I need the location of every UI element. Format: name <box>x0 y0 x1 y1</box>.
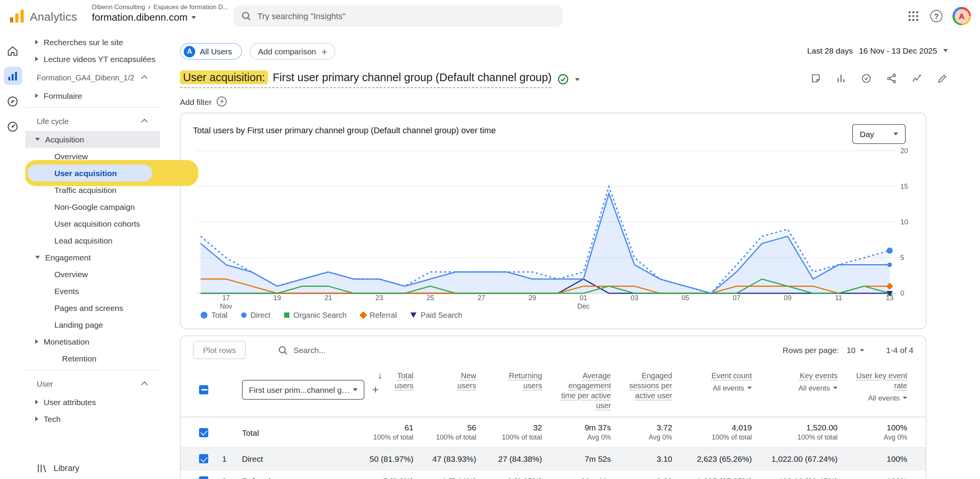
breadcrumb-account[interactable]: Dibenn Consulting <box>92 3 145 11</box>
analytics-logo[interactable]: Analytics <box>9 0 77 32</box>
sidebar-item-lecture-videos-yt-encapsul-es[interactable]: Lecture videos YT encapsulées <box>25 51 160 67</box>
dimension-select[interactable]: First user prim...channel group) <box>242 379 364 399</box>
chart-legend: TotalDirectOrganic SearchReferralPaid Se… <box>201 311 462 319</box>
rows-per-page-select[interactable]: 10 <box>846 345 864 355</box>
column-header[interactable]: User key event rateAll events <box>850 368 927 402</box>
sidebar-item-engagement[interactable]: Engagement <box>25 249 160 266</box>
report-title[interactable]: User acquisition: First user primary cha… <box>180 70 552 88</box>
sidebar-item-overview[interactable]: Overview <box>25 266 160 283</box>
metric-event-filter[interactable]: All events <box>799 384 838 392</box>
sidebar-item-tech[interactable]: Tech <box>25 410 160 427</box>
home-icon[interactable] <box>3 41 22 60</box>
chevron-down-icon <box>860 349 865 351</box>
sidebar-item-lead-acquisition[interactable]: Lead acquisition <box>25 232 160 249</box>
data-check-icon[interactable] <box>860 72 872 84</box>
add-comparison-button[interactable]: Add comparison + <box>250 43 336 60</box>
property-selector[interactable]: formation.dibenn.com <box>92 11 229 23</box>
column-header[interactable]: ↓Total users <box>348 368 426 391</box>
share-icon[interactable] <box>885 72 897 84</box>
sidebar-item-retention[interactable]: Retention <box>25 350 160 367</box>
sort-descending-icon[interactable]: ↓ <box>378 371 382 381</box>
legend-item[interactable]: Direct <box>241 311 270 319</box>
explore-icon[interactable] <box>3 92 22 110</box>
metric-cell: 8.80 <box>623 476 684 479</box>
row-checkbox[interactable] <box>199 428 208 437</box>
metric-event-filter[interactable]: All events <box>713 384 752 392</box>
add-filter-button[interactable]: Add filter + <box>180 96 227 106</box>
metric-cell: 32100% of total <box>488 423 554 442</box>
sidebar-item-formulaire[interactable]: Formulaire <box>25 87 160 104</box>
title-chevron-icon[interactable] <box>575 78 580 81</box>
search-input[interactable] <box>258 11 555 21</box>
breadcrumb-org[interactable]: Espaces de formation D... <box>154 3 229 11</box>
reports-icon[interactable] <box>3 67 22 85</box>
row-checkbox[interactable] <box>199 476 208 479</box>
column-header[interactable]: Key eventsAll events <box>764 368 850 392</box>
avatar[interactable]: A <box>952 7 971 25</box>
sidebar-item-user-acquisition[interactable]: User acquisition <box>25 165 160 181</box>
sidebar-item-pages-and-screens[interactable]: Pages and screens <box>25 299 160 316</box>
notes-icon[interactable] <box>809 72 822 84</box>
table-header-row: First user prim...channel group) + ↓Tota… <box>181 364 926 417</box>
column-header[interactable]: New users <box>426 368 488 391</box>
all-users-chip[interactable]: A All Users <box>180 43 242 60</box>
sidebar-item-monetisation[interactable]: Monetisation <box>25 333 160 350</box>
global-search[interactable] <box>234 5 563 27</box>
metric-cell: 2 (6.25%) <box>488 476 554 479</box>
table-search[interactable] <box>278 345 400 355</box>
metric-event-filter[interactable]: All events <box>868 394 907 402</box>
legend-marker-icon <box>411 312 417 318</box>
legend-item[interactable]: Organic Search <box>284 311 347 319</box>
advertising-icon[interactable] <box>3 117 22 136</box>
apps-grid-icon[interactable] <box>906 9 920 23</box>
sidebar-item-library[interactable]: Library <box>25 456 160 479</box>
legend-item[interactable]: Paid Search <box>411 311 462 319</box>
data-quality-icon[interactable] <box>558 74 569 85</box>
column-header[interactable]: Average engagement time per active user <box>554 368 623 410</box>
table-total-row[interactable]: Total61100% of total56100% of total32100… <box>181 417 926 448</box>
sidebar-item-formation-ga4-dibenn-1-2[interactable]: Formation_GA4_Dibenn_1/2 <box>25 67 160 87</box>
svg-text:11: 11 <box>835 294 842 302</box>
metric-cell: 1,095 (27.25%) <box>684 476 764 479</box>
sidebar-item-user-acquisition-cohorts[interactable]: User acquisition cohorts <box>25 215 160 232</box>
table-search-input[interactable] <box>293 345 400 355</box>
column-header[interactable]: Engaged sessions per active user <box>623 368 684 401</box>
app-title: Analytics <box>30 10 77 23</box>
column-header[interactable]: Event countAll events <box>684 368 764 392</box>
chevron-down-icon <box>747 387 752 389</box>
svg-text:0: 0 <box>900 289 904 297</box>
row-checkbox[interactable] <box>199 454 208 463</box>
sidebar-item-life-cycle[interactable]: Life cycle <box>25 111 160 131</box>
sidebar-item-events[interactable]: Events <box>25 283 160 299</box>
metric-cell: 3.10 <box>623 454 684 464</box>
svg-text:15: 15 <box>900 183 908 190</box>
chevron-down-icon <box>35 256 40 259</box>
table-row[interactable]: 1Direct50 (81.97%)47 (83.93%)27 (84.38%)… <box>181 448 926 470</box>
edit-icon[interactable] <box>936 72 948 84</box>
sidebar-item-landing-page[interactable]: Landing page <box>25 316 160 333</box>
svg-text:27: 27 <box>477 294 485 302</box>
plot-rows-button[interactable]: Plot rows <box>193 341 246 359</box>
report-builder-icon[interactable] <box>835 72 847 84</box>
svg-text:20: 20 <box>900 147 908 155</box>
legend-marker-icon <box>359 311 367 319</box>
sidebar-item-acquisition[interactable]: Acquisition <box>25 131 160 148</box>
select-all-checkbox[interactable] <box>199 385 208 394</box>
sidebar-item-recherches-sur-le-site[interactable]: Recherches sur le site <box>25 34 160 51</box>
date-range-picker[interactable]: Last 28 days 16 Nov - 13 Dec 2025 <box>807 46 948 55</box>
column-header[interactable]: Returning users <box>488 368 554 391</box>
avatar-initial: A <box>954 9 969 23</box>
metric-cell: 7m 52s <box>554 454 623 464</box>
metric-cell: 2,623 (65.26%) <box>684 454 764 464</box>
table-row[interactable]: 2Referral5 (8.2%)4 (7.14%)2 (6.25%)29m 1… <box>181 470 926 479</box>
insights-icon[interactable] <box>910 72 923 84</box>
help-icon[interactable]: ? <box>930 10 942 22</box>
metric-cell: 4,019100% of total <box>684 423 764 442</box>
legend-item[interactable]: Total <box>201 311 227 319</box>
legend-item[interactable]: Referral <box>360 311 397 319</box>
sidebar-item-user-attributes[interactable]: User attributes <box>25 394 160 410</box>
chevron-right-icon <box>35 93 38 98</box>
sidebar-item-non-google-campaign[interactable]: Non-Google campaign <box>25 198 160 215</box>
row-index: 1 <box>214 454 234 463</box>
sidebar-item-user[interactable]: User <box>25 374 160 394</box>
